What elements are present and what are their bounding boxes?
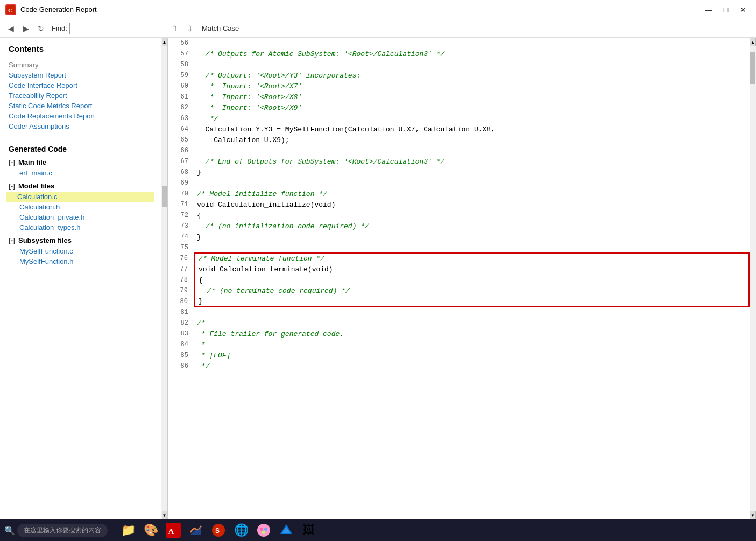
table-row: 58	[168, 59, 749, 70]
line-code: Calculation_U.X9);	[195, 135, 749, 145]
expand-model-icon: [-]	[9, 182, 15, 190]
file-myselffunc-h[interactable]: MySelfFunction.h	[9, 256, 152, 266]
line-code: /* Model terminate function */	[195, 253, 749, 264]
window-controls: — □ ✕	[701, 4, 751, 15]
file-ert-main[interactable]: ert_main.c	[9, 168, 152, 178]
line-code	[195, 59, 749, 70]
taskbar-matlab[interactable]	[186, 521, 206, 540]
table-row: 84 *	[168, 339, 749, 350]
taskbar-app5[interactable]: S	[209, 521, 228, 540]
maximize-button[interactable]: □	[718, 4, 733, 15]
svg-text:C: C	[8, 7, 12, 13]
minimize-button[interactable]: —	[701, 4, 716, 15]
file-calculation-h[interactable]: Calculation.h	[9, 202, 152, 212]
svg-text:A: A	[168, 528, 174, 536]
line-code: /*	[195, 318, 749, 328]
file-calculation-c[interactable]: Calculation.c	[6, 192, 154, 202]
line-code: *	[195, 339, 749, 350]
vscroll-thumb[interactable]	[750, 52, 755, 84]
taskbar-search[interactable]: 在这里输入你要搜索的内容	[17, 524, 108, 537]
table-row: 63 */	[168, 113, 749, 124]
main-file-section: [-] Main file ert_main.c	[0, 156, 161, 179]
table-row: 77void Calculation_terminate(void)	[168, 264, 749, 275]
vscroll-down[interactable]: ▼	[750, 511, 756, 519]
line-number: 57	[168, 48, 195, 59]
sidebar-item-static-code[interactable]: Static Code Metrics Report	[9, 101, 152, 111]
table-row: 73 /* (no initialization code required) …	[168, 221, 749, 231]
forward-button[interactable]: ▶	[19, 22, 32, 35]
line-code: }	[195, 231, 749, 242]
find-input[interactable]	[69, 23, 166, 34]
model-file-heading: [-] Model files	[9, 180, 152, 192]
table-row: 74}	[168, 231, 749, 242]
line-code: {	[195, 210, 749, 221]
taskbar-chrome[interactable]: 🌐	[231, 521, 251, 540]
line-number: 64	[168, 124, 195, 135]
line-code: /* (no terminate code required) */	[195, 285, 749, 296]
line-number: 61	[168, 92, 195, 102]
line-number: 80	[168, 296, 195, 307]
back-button[interactable]: ◀	[4, 22, 17, 35]
table-row: 72{	[168, 210, 749, 221]
search-icon: 🔍	[4, 525, 15, 536]
svg-point-10	[262, 531, 265, 534]
line-number: 56	[168, 38, 195, 48]
taskbar-photos[interactable]: 🖼	[299, 521, 319, 540]
sidebar-item-coder-assumptions[interactable]: Coder Assumptions	[9, 121, 152, 131]
file-calculation-private-h[interactable]: Calculation_private.h	[9, 212, 152, 222]
line-code: /* (no initialization code required) */	[195, 221, 749, 231]
table-row: 56	[168, 38, 749, 48]
sidebar-item-subsystem[interactable]: Subsystem Report	[9, 70, 152, 80]
scrollbar-down[interactable]: ▼	[162, 511, 167, 519]
sidebar-item-summary[interactable]: Summary	[9, 60, 152, 70]
scrollbar-thumb[interactable]	[162, 186, 167, 207]
subsystem-file-label: Subsystem files	[18, 236, 72, 244]
table-row: 75	[168, 242, 749, 253]
file-myselffunc-c[interactable]: MySelfFunction.c	[9, 246, 152, 256]
line-code: {	[195, 275, 749, 285]
expand-subsystem-icon: [-]	[9, 237, 15, 244]
taskbar-app8[interactable]	[277, 521, 296, 540]
line-code: * [EOF]	[195, 350, 749, 361]
line-code: Calculation_Y.Y3 = MySelfFunction(Calcul…	[195, 124, 749, 135]
table-row: 64 Calculation_Y.Y3 = MySelfFunction(Cal…	[168, 124, 749, 135]
code-table: 5657 /* Outputs for Atomic SubSystem: '<…	[168, 38, 750, 371]
expand-main-icon: [-]	[9, 159, 15, 166]
taskbar-art[interactable]	[254, 521, 273, 540]
vscroll-up[interactable]: ▲	[750, 38, 756, 46]
file-calculation-types-h[interactable]: Calculation_types.h	[9, 222, 152, 233]
table-row: 65 Calculation_U.X9);	[168, 135, 749, 145]
line-number: 83	[168, 328, 195, 339]
taskbar-pdf[interactable]: A	[164, 521, 183, 540]
find-up-button[interactable]: ⇧	[168, 22, 181, 35]
table-row: 69	[168, 178, 749, 188]
sidebar-item-code-interface[interactable]: Code Interface Report	[9, 80, 152, 90]
find-down-button[interactable]: ⇩	[183, 22, 196, 35]
line-number: 72	[168, 210, 195, 221]
taskbar-search-text: 在这里输入你要搜索的内容	[24, 526, 101, 535]
find-label: Find:	[52, 24, 67, 32]
vscroll-track	[750, 46, 756, 511]
line-number: 85	[168, 350, 195, 361]
line-code	[195, 145, 749, 156]
close-button[interactable]: ✕	[736, 4, 751, 15]
sidebar-item-traceability[interactable]: Traceability Report	[9, 90, 152, 101]
line-code: * Inport: '<Root>/X9'	[195, 102, 749, 113]
taskbar-file-explorer[interactable]: 📁	[118, 521, 138, 540]
code-scroll-area[interactable]: 5657 /* Outputs for Atomic SubSystem: '<…	[168, 38, 750, 519]
line-number: 60	[168, 81, 195, 92]
table-row: 71void Calculation_initialize(void)	[168, 199, 749, 210]
scrollbar-track	[162, 46, 167, 511]
taskbar-paint[interactable]: 🎨	[141, 521, 160, 540]
table-row: 82/*	[168, 318, 749, 328]
refresh-button[interactable]: ↻	[34, 22, 47, 35]
line-code	[195, 307, 749, 318]
sidebar-item-code-replacements[interactable]: Code Replacements Report	[9, 111, 152, 121]
scrollbar-up[interactable]: ▲	[162, 38, 167, 46]
line-number: 69	[168, 178, 195, 188]
line-number: 70	[168, 188, 195, 199]
line-number: 66	[168, 145, 195, 156]
title-bar-left: C Code Generation Report	[5, 4, 97, 15]
line-code: * Inport: '<Root>/X8'	[195, 92, 749, 102]
line-number: 62	[168, 102, 195, 113]
